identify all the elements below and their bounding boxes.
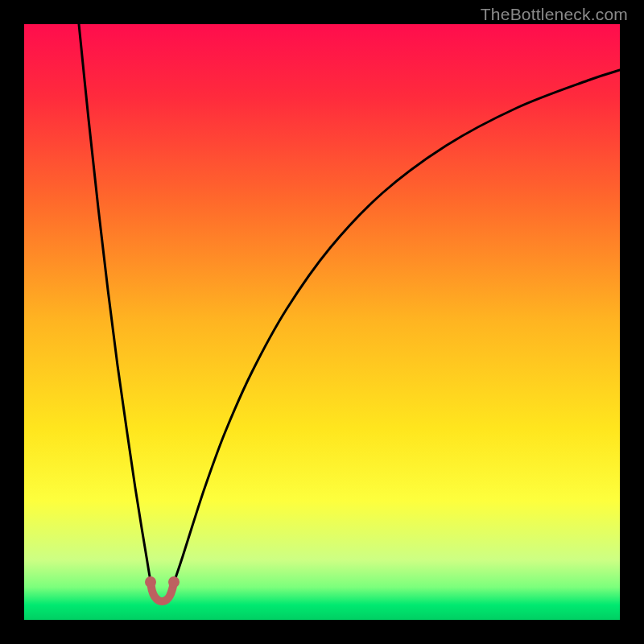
watermark-text: TheBottleneck.com (481, 5, 628, 24)
svg-point-1 (145, 576, 156, 588)
u-join-endpoints (145, 576, 180, 588)
left-curve-path (79, 24, 154, 593)
svg-point-2 (168, 576, 180, 588)
chart-curves (24, 24, 620, 620)
right-curve-path (170, 70, 620, 593)
chart-frame (24, 24, 620, 620)
